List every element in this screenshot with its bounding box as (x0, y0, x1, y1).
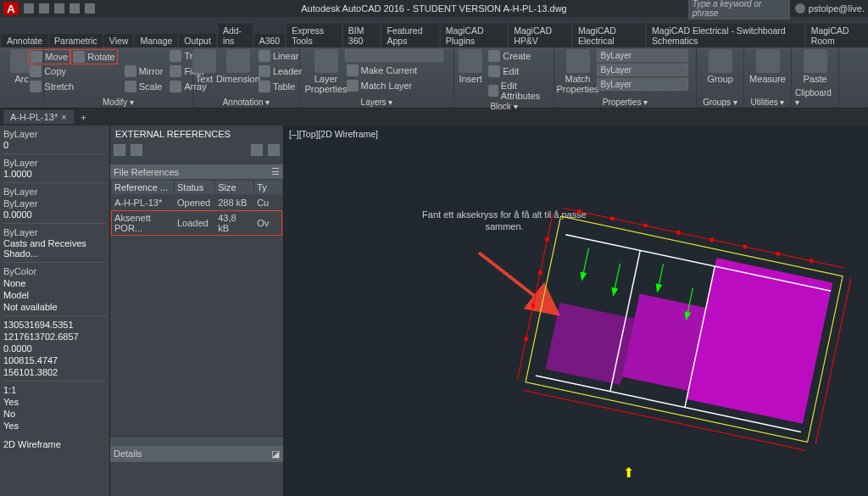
qat-icon[interactable] (39, 3, 49, 14)
view-icon[interactable] (251, 144, 263, 156)
horizontal-scrollbar[interactable] (110, 436, 283, 446)
table-button[interactable]: Table (257, 80, 303, 93)
viewport-label[interactable]: [–][Top][2D Wireframe] (289, 129, 378, 139)
panel-properties: Match Properties ByLayer ByLayer ByLayer… (554, 47, 697, 108)
details-header[interactable]: Details◪ (110, 446, 283, 462)
tab-output[interactable]: Output (179, 34, 216, 47)
make-current-button[interactable]: Make Current (345, 64, 443, 77)
xref-row[interactable]: Aksenett POR... Loaded 43,8 kB Ov (112, 211, 281, 235)
new-tab-button[interactable]: ＋ (79, 111, 88, 124)
panel-label[interactable]: Annotation ▾ (223, 98, 270, 107)
panel-clipboard: Paste Clipboard ▾ (792, 47, 839, 108)
panel-label[interactable]: Groups ▾ (703, 98, 737, 107)
text-button[interactable]: Text (189, 49, 220, 84)
prop-value: 130531694.5351 (3, 320, 106, 330)
tab-express[interactable]: Express Tools (287, 24, 342, 47)
match-props-icon (566, 49, 590, 73)
layer-properties-button[interactable]: Layer Properties (311, 49, 342, 94)
prop-label: ByLayer (3, 187, 106, 197)
prop-value[interactable]: 0.0000 (3, 209, 106, 220)
tab-bim360[interactable]: BIM 360 (343, 24, 381, 47)
panel-label[interactable]: Modify ▾ (103, 98, 134, 107)
prop-value[interactable]: Yes (3, 397, 106, 407)
linetype-dropdown[interactable]: ByLayer (597, 78, 688, 91)
tab-parametric[interactable]: Parametric (49, 34, 103, 47)
leader-button[interactable]: Leader (257, 64, 303, 78)
paste-button[interactable]: Paste (800, 49, 831, 84)
col-type[interactable]: Ty (254, 181, 281, 194)
create-button[interactable]: Create (487, 49, 550, 63)
group-button[interactable]: Group (705, 49, 736, 84)
panel-label[interactable]: Clipboard ▾ (795, 88, 835, 107)
help-search[interactable]: Type a keyword or phrase (688, 0, 790, 20)
tab-view[interactable]: View (104, 34, 134, 47)
file-tab[interactable]: A-H-PL-13*× (3, 110, 74, 124)
prop-value[interactable]: 1.0000 (3, 169, 106, 179)
panel-block: Insert Create Edit Edit Attributes Block… (454, 47, 554, 108)
prop-value[interactable]: 1:1 (3, 385, 106, 395)
layer-dropdown[interactable] (345, 49, 443, 62)
svg-line-14 (563, 208, 845, 268)
tab-magicad-room[interactable]: MagiCAD Room (806, 24, 868, 47)
tab-magicad-switchboard[interactable]: MagiCAD Electrical - Switchboard Schemat… (647, 24, 804, 47)
list-view-icon[interactable]: ☰ (271, 166, 280, 177)
insert-button[interactable]: Insert (458, 49, 483, 84)
col-size[interactable]: Size (215, 181, 253, 194)
panel-label[interactable]: Block ▾ (490, 102, 517, 111)
leader-icon (259, 65, 270, 77)
qat-icon[interactable] (85, 3, 95, 14)
color-dropdown[interactable]: ByLayer (597, 49, 688, 62)
prop-value[interactable]: No (3, 409, 106, 419)
help-icon[interactable] (268, 144, 280, 156)
close-icon[interactable]: × (61, 112, 66, 122)
edit-button[interactable]: Edit (487, 64, 550, 78)
panel-label[interactable]: Utilities ▾ (750, 98, 784, 107)
linear-button[interactable]: Linear (257, 49, 303, 63)
user-menu[interactable]: pstolpe@live. (795, 3, 865, 14)
col-reference[interactable]: Reference ... (112, 181, 173, 194)
match-properties-button[interactable]: Match Properties (563, 49, 593, 94)
scale-button[interactable]: Scale (123, 80, 165, 93)
prop-value[interactable]: Model (3, 290, 106, 300)
tab-magicad-plugins[interactable]: MagiCAD Plugins (441, 24, 508, 47)
prop-value[interactable]: None (3, 278, 106, 288)
expand-icon[interactable]: ◪ (271, 449, 280, 460)
mirror-button[interactable]: Mirror (123, 64, 165, 78)
qat-icon[interactable] (54, 3, 64, 14)
tab-a360[interactable]: A360 (254, 34, 286, 47)
tab-magicad-hpv[interactable]: MagiCAD HP&V (509, 24, 571, 47)
prop-value[interactable]: Casts and Receives Shado... (3, 238, 106, 259)
ribbon-tab-strip: Annotate Parametric View Manage Output A… (0, 32, 868, 47)
tab-addins[interactable]: Add-ins (218, 24, 253, 47)
stretch-icon (30, 81, 42, 92)
qat-icon[interactable] (70, 3, 80, 14)
fillet-icon (170, 65, 181, 77)
panel-label[interactable]: Layers ▾ (361, 98, 393, 107)
copy-button[interactable]: Copy (28, 64, 75, 78)
prop-value[interactable]: 0 (3, 140, 106, 150)
edit-attr-button[interactable]: Edit Attributes (487, 80, 550, 102)
col-status[interactable]: Status (175, 181, 214, 194)
qat-icon[interactable] (24, 3, 34, 14)
file-references-header[interactable]: File References☰ (110, 164, 283, 179)
match-layer-button[interactable]: Match Layer (345, 79, 443, 92)
prop-value[interactable]: 2D Wireframe (3, 439, 106, 449)
lineweight-dropdown[interactable]: ByLayer (597, 64, 688, 76)
drawing-canvas[interactable]: [–][Top][2D Wireframe] Fant ett aksekrys… (284, 125, 868, 496)
tab-featured[interactable]: Featured Apps (381, 24, 438, 47)
stretch-button[interactable]: Stretch (28, 80, 75, 93)
tab-manage[interactable]: Manage (135, 34, 177, 47)
xref-row[interactable]: A-H-PL-13* Opened 288 kB Cu (112, 196, 281, 209)
rotate-button[interactable]: Rotate (71, 50, 116, 64)
refresh-icon[interactable] (131, 144, 142, 156)
measure-button[interactable]: Measure (753, 49, 783, 84)
move-button[interactable]: Move (29, 50, 70, 64)
app-menu-button[interactable]: A (3, 2, 19, 15)
mirror-icon (125, 65, 136, 77)
prop-value[interactable]: Yes (3, 421, 106, 431)
tab-annotate[interactable]: Annotate (2, 34, 47, 47)
dimension-button[interactable]: Dimension (223, 49, 253, 84)
attach-icon[interactable] (114, 144, 125, 156)
panel-label[interactable]: Properties ▾ (603, 98, 648, 107)
tab-magicad-elec[interactable]: MagiCAD Electrical (573, 24, 645, 47)
